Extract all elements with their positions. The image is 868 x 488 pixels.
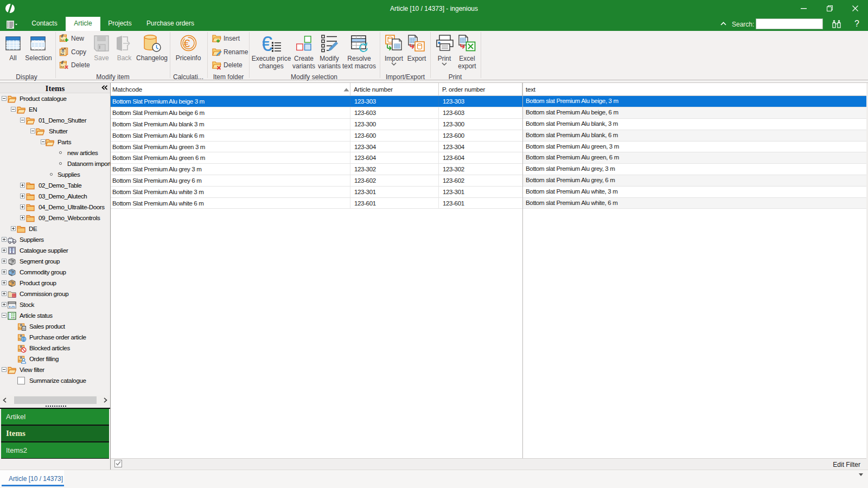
svg-text:€: € bbox=[184, 37, 190, 49]
svg-text:€: € bbox=[263, 35, 272, 53]
